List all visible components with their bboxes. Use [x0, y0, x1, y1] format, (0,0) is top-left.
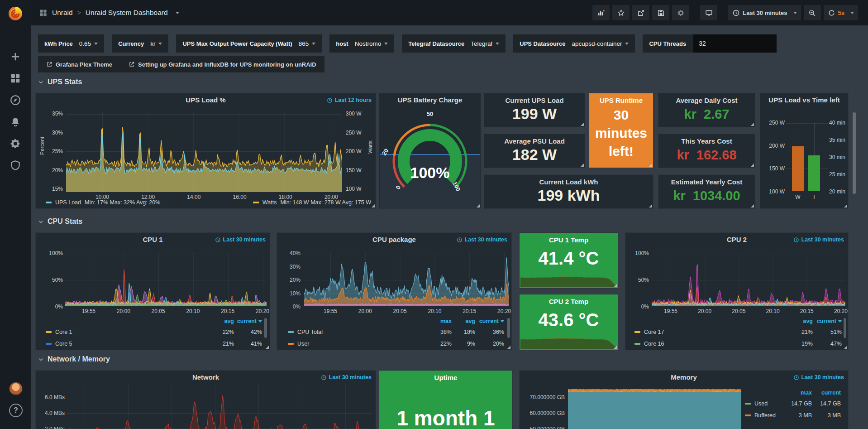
- cpu2-chart[interactable]: [652, 252, 845, 306]
- legend-swatch: [46, 343, 52, 345]
- cpu1-chart[interactable]: [65, 252, 267, 306]
- breadcrumb-dashboard-title[interactable]: Unraid System Dashboard: [86, 9, 168, 17]
- cpu-package-chart[interactable]: [304, 252, 509, 306]
- panel-title[interactable]: Uptime: [379, 374, 512, 381]
- network-chart[interactable]: [67, 384, 372, 429]
- legend-scrollbar[interactable]: [264, 318, 267, 338]
- legend-series[interactable]: Core 5: [46, 338, 209, 350]
- legend-scrollbar[interactable]: [507, 318, 510, 338]
- legend-series-name[interactable]: UPS Load: [55, 199, 81, 206]
- create-plus-icon[interactable]: [10, 51, 21, 63]
- var-value[interactable]: 0.65: [79, 40, 98, 47]
- legend-watts[interactable]: Watts Min: 148 W Max: 278 W Avg: 175 W: [253, 199, 371, 206]
- chevron-down-icon[interactable]: [850, 12, 854, 14]
- var-ups-max-output[interactable]: UPS Max Output Power Capacity (Watt)865: [176, 34, 322, 53]
- var-value[interactable]: Nostromo: [355, 40, 388, 47]
- save-dashboard-button[interactable]: [652, 5, 669, 20]
- panel-title[interactable]: Current UPS Load: [484, 96, 585, 104]
- user-avatar[interactable]: [9, 382, 23, 395]
- bar-watts[interactable]: [792, 146, 804, 191]
- legend-sort-max[interactable]: max: [783, 388, 812, 398]
- ups-load-chart[interactable]: [66, 112, 342, 192]
- panel-title[interactable]: This Years Cost: [658, 137, 755, 145]
- bar-time-left[interactable]: [808, 155, 820, 191]
- var-value[interactable]: apcupsd-container: [572, 40, 629, 47]
- chevron-down-icon[interactable]: [176, 12, 179, 14]
- legend-sort-avg[interactable]: avg: [787, 316, 813, 326]
- var-telegraf-datasource[interactable]: Telegraf DatasourceTelegraf: [402, 34, 506, 53]
- link-ups-monitoring-guide[interactable]: Setting up Grafana and InfluxDB for UPS …: [120, 56, 324, 72]
- breadcrumb-app[interactable]: Unraid: [52, 9, 73, 17]
- var-value[interactable]: 865: [299, 40, 316, 47]
- legend-sort-avg[interactable]: avg: [452, 316, 475, 326]
- panel-title[interactable]: UPS Load vs Time left: [760, 96, 848, 104]
- legend-sort-avg[interactable]: avg: [209, 316, 234, 326]
- panel-title[interactable]: Current Load kWh: [484, 178, 653, 186]
- legend-current-value: 47%: [813, 338, 842, 350]
- cpu-threads-input[interactable]: [693, 34, 777, 53]
- add-panel-button[interactable]: [592, 5, 610, 20]
- zoom-out-time-button[interactable]: [804, 5, 821, 20]
- legend-scrollbar[interactable]: [844, 318, 846, 338]
- grafana-logo-icon[interactable]: [6, 4, 24, 22]
- axis-tick: 10%: [290, 290, 300, 297]
- legend-ups-load[interactable]: UPS Load Min: 17% Max: 32% Avg: 20%: [46, 199, 160, 206]
- var-kwh-price[interactable]: kWh Price0.65: [38, 34, 104, 53]
- panel-title[interactable]: UPS Battery Charge: [379, 96, 481, 104]
- legend-swatch: [634, 343, 640, 345]
- explore-compass-icon[interactable]: [10, 94, 21, 106]
- legend-sort-current[interactable]: current: [812, 388, 841, 398]
- y-axis-left: 40%30%20%10%0%: [281, 250, 300, 310]
- alerting-bell-icon[interactable]: [10, 116, 21, 128]
- var-ups-datasource[interactable]: UPS Datasourceapcupsd-container: [513, 34, 635, 53]
- time-range-picker[interactable]: Last 30 minutes: [728, 5, 801, 20]
- panel-cpu-2: CPU 2 Last 30 minutes 100%50%0% 19:5520:…: [625, 233, 848, 350]
- legend-current-value: 51%: [813, 326, 842, 338]
- page-scrollbar[interactable]: [853, 112, 856, 194]
- panel-title[interactable]: CPU 1 Temp: [520, 236, 618, 244]
- panel-title[interactable]: UPS Runtime: [589, 96, 653, 104]
- refresh-icon: [828, 9, 835, 17]
- legend-series[interactable]: CPU Total: [288, 326, 426, 338]
- legend-series[interactable]: Buffered: [745, 410, 783, 421]
- legend-sort-current[interactable]: current: [813, 316, 842, 326]
- panel-title[interactable]: CPU 2 Temp: [520, 298, 618, 305]
- configuration-gear-icon[interactable]: [10, 138, 21, 149]
- memory-chart[interactable]: [568, 384, 741, 429]
- panel-title[interactable]: UPS Load %: [36, 96, 376, 104]
- legend-current-value: 3 MB: [812, 410, 841, 421]
- tv-kiosk-mode-button[interactable]: [700, 5, 717, 20]
- section-network-memory[interactable]: Network / Memory: [38, 355, 110, 363]
- section-ups-stats[interactable]: UPS Stats: [38, 78, 82, 86]
- server-admin-shield-icon[interactable]: [10, 159, 21, 171]
- star-dashboard-button[interactable]: [612, 5, 630, 20]
- time-range-label: Last 30 minutes: [743, 10, 787, 16]
- var-currency[interactable]: Currencykr: [112, 34, 168, 53]
- legend-sort-max[interactable]: max: [426, 316, 452, 326]
- panel-title[interactable]: Average PSU Load: [484, 137, 585, 145]
- legend-current-value: 42%: [234, 326, 262, 338]
- refresh-button[interactable]: 5s: [824, 5, 858, 20]
- refresh-interval-label[interactable]: 5s: [838, 10, 844, 16]
- legend-sort-current[interactable]: current: [475, 316, 504, 326]
- legend-series[interactable]: Used: [745, 398, 783, 410]
- panel-title[interactable]: Estimated Yearly Cost: [658, 178, 755, 186]
- help-icon[interactable]: ?: [9, 404, 23, 417]
- dashboard-settings-button[interactable]: [672, 5, 689, 20]
- section-cpu-stats[interactable]: CPU Stats: [38, 217, 82, 226]
- link-grafana-plex-theme[interactable]: Grafana Plex Theme: [38, 56, 120, 72]
- legend-series[interactable]: User: [288, 338, 426, 350]
- dashboards-icon[interactable]: [10, 72, 21, 84]
- legend-series[interactable]: Core 17: [634, 326, 787, 338]
- legend-sort-current[interactable]: current: [234, 316, 262, 326]
- share-dashboard-button[interactable]: [632, 5, 649, 20]
- breadcrumb-separator: >: [77, 9, 81, 16]
- legend-series[interactable]: Core 1: [46, 326, 209, 338]
- panel-cpu2-temp: CPU 2 Temp 43.6 °C: [520, 294, 618, 350]
- var-value[interactable]: Telegraf: [471, 40, 499, 47]
- var-value[interactable]: kr: [150, 40, 162, 47]
- legend-series-name[interactable]: Watts: [262, 199, 277, 206]
- legend-series[interactable]: Core 16: [634, 338, 787, 350]
- var-host[interactable]: hostNostromo: [329, 34, 394, 53]
- panel-title[interactable]: Average Daily Cost: [658, 96, 755, 104]
